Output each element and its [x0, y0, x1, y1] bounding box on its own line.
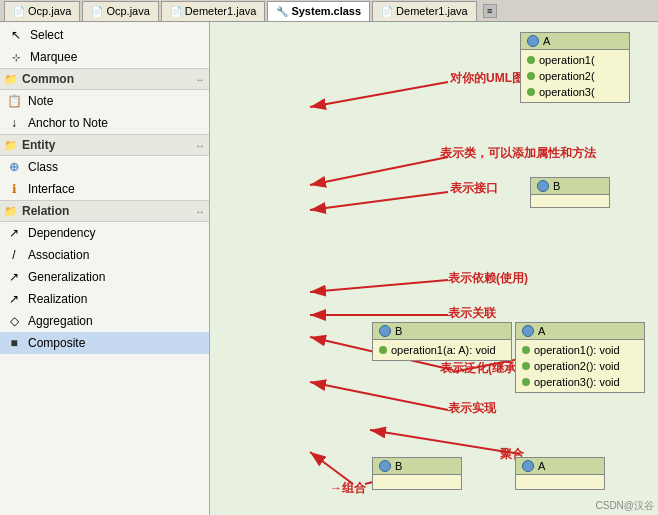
tab-ocp1[interactable]: 📄 Ocp.java: [4, 1, 80, 21]
tool-marquee[interactable]: ⊹ Marquee: [0, 46, 209, 68]
content-area: 对你的UML图进行注释 表示类，可以添加属性和方法 表示接口 表示依赖(使用) …: [210, 22, 658, 515]
collapse-icon: ↔: [195, 206, 205, 217]
tab-bar: 📄 Ocp.java 📄 Ocp.java 📄 Demeter1.java 🔧 …: [0, 0, 658, 22]
watermark: CSDN@汉谷: [596, 499, 655, 513]
uml-box-bottom-b: B operation1(a: A): void: [372, 322, 512, 361]
uml-box-top-a: A operation1( operation2( operation3(: [520, 32, 630, 103]
tab-ocp2[interactable]: 📄 Ocp.java: [82, 1, 158, 21]
section-relation[interactable]: 📁 Relation ↔: [0, 200, 209, 222]
tool-composite[interactable]: ■ Composite: [0, 332, 209, 354]
file-icon: 📄: [170, 6, 182, 17]
tool-interface[interactable]: ℹ Interface: [0, 178, 209, 200]
folder-icon: 📁: [4, 139, 18, 152]
dependency-icon: ↗: [6, 226, 22, 240]
main-layout: ↖ Select ⊹ Marquee 📁 Common ↔ 📋 Note ↓ A…: [0, 22, 658, 515]
svg-line-4: [310, 280, 448, 292]
uml-box-bottom-a: A operation1(): void operation2(): void …: [515, 322, 645, 393]
realization-icon: ↗: [6, 292, 22, 306]
svg-line-3: [310, 192, 448, 210]
system-icon: 🔧: [276, 6, 288, 17]
generalization-icon: ↗: [6, 270, 22, 284]
tool-anchor-to-note[interactable]: ↓ Anchor to Note: [0, 112, 209, 134]
annotation-realization: 表示实现: [448, 400, 496, 417]
tool-realization[interactable]: ↗ Realization: [0, 288, 209, 310]
collapse-icon: ↔: [195, 74, 205, 85]
tool-dependency[interactable]: ↗ Dependency: [0, 222, 209, 244]
uml-box-bottom2-a: A: [515, 457, 605, 490]
anchor-icon: ↓: [6, 116, 22, 130]
uml-box-bottom2-b: B: [372, 457, 462, 490]
composite-icon: ■: [6, 336, 22, 350]
folder-icon: 📁: [4, 205, 18, 218]
tab-demeter1[interactable]: 📄 Demeter1.java: [161, 1, 266, 21]
svg-line-8: [310, 382, 448, 410]
tool-generalization[interactable]: ↗ Generalization: [0, 266, 209, 288]
svg-line-1: [310, 82, 448, 107]
svg-line-2: [310, 157, 448, 185]
interface-icon: ℹ: [6, 182, 22, 196]
annotation-class: 表示类，可以添加属性和方法: [440, 145, 596, 162]
svg-line-10: [310, 452, 353, 484]
file-icon: 📄: [13, 6, 25, 17]
select-icon: ↖: [8, 28, 24, 42]
tool-association[interactable]: / Association: [0, 244, 209, 266]
aggregation-icon: ◇: [6, 314, 22, 328]
annotation-generalization: 表示泛化(继承): [440, 360, 520, 377]
tool-class[interactable]: ⊕ Class: [0, 156, 209, 178]
section-common[interactable]: 📁 Common ↔: [0, 68, 209, 90]
file-icon: 📄: [91, 6, 103, 17]
tool-aggregation[interactable]: ◇ Aggregation: [0, 310, 209, 332]
tab-demeter2[interactable]: 📄 Demeter1.java: [372, 1, 477, 21]
collapse-icon: ↔: [195, 140, 205, 151]
folder-icon: 📁: [4, 73, 18, 86]
annotation-dependency: 表示依赖(使用): [448, 270, 528, 287]
tool-note[interactable]: 📋 Note: [0, 90, 209, 112]
tab-list-button[interactable]: ≡: [483, 4, 497, 18]
file-icon: 📄: [381, 6, 393, 17]
class-icon: ⊕: [6, 160, 22, 174]
tool-select[interactable]: ↖ Select: [0, 24, 209, 46]
uml-box-top-b: B: [530, 177, 610, 208]
svg-line-9: [370, 430, 520, 454]
annotation-composite: →组合: [330, 480, 366, 497]
section-entity[interactable]: 📁 Entity ↔: [0, 134, 209, 156]
annotation-association: 表示关联: [448, 305, 496, 322]
tab-system-class[interactable]: 🔧 System.class: [267, 1, 370, 21]
note-icon: 📋: [6, 94, 22, 108]
annotation-interface: 表示接口: [450, 180, 498, 197]
sidebar: ↖ Select ⊹ Marquee 📁 Common ↔ 📋 Note ↓ A…: [0, 22, 210, 515]
marquee-icon: ⊹: [8, 52, 24, 63]
association-icon: /: [6, 248, 22, 262]
